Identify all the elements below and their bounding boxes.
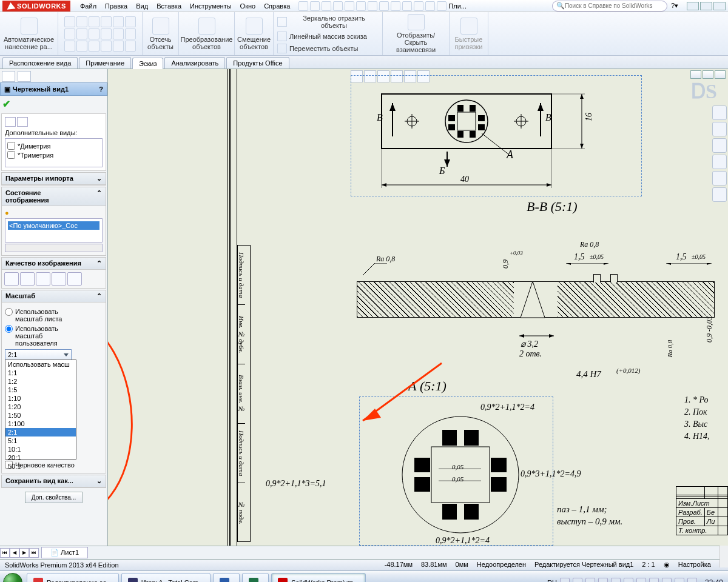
point-icon[interactable]	[113, 28, 124, 39]
doc-restore-button[interactable]	[703, 70, 713, 79]
pane-header[interactable]: Качество изображения⌃	[2, 258, 106, 270]
qat-texture-icon[interactable]	[425, 1, 435, 11]
qat-options-icon[interactable]	[356, 1, 366, 11]
tray-icon[interactable]	[598, 578, 608, 583]
ribbon-relations[interactable]: Отобразить/Скрыть взаимосвязи	[383, 12, 450, 55]
tray-icon[interactable]	[636, 578, 646, 583]
sheet-prev-icon[interactable]: ◀	[10, 548, 19, 558]
ribbon-move[interactable]: Переместить объекты	[277, 44, 358, 53]
task-excel[interactable]	[242, 573, 269, 583]
fm-tab-property-icon[interactable]	[18, 71, 31, 82]
sheet-next-icon[interactable]: ▶	[19, 548, 29, 558]
scale-option[interactable]: Использовать масш	[5, 360, 76, 369]
help-dropdown-icon[interactable]: ?▾	[671, 2, 678, 10]
drawing-canvas[interactable]: ᎠS Подпись и дата Инв. № дубл. Взам. инв…	[108, 69, 728, 546]
qat-new-icon[interactable]	[298, 1, 308, 11]
tab-sketch[interactable]: Эскиз	[132, 58, 163, 69]
maximize-button[interactable]	[700, 2, 712, 10]
sheet-last-icon[interactable]: ⏭	[29, 548, 39, 558]
radio-custom[interactable]	[5, 325, 13, 333]
qat-rebuild-icon[interactable]	[345, 1, 354, 11]
pane-header[interactable]: Параметры импорта⌄	[2, 173, 106, 185]
sheet-tab-1[interactable]: 📄 Лист1	[41, 547, 88, 558]
tray-icon[interactable]	[624, 578, 633, 583]
orient-flat-icon[interactable]	[5, 117, 16, 127]
display-state-list[interactable]: <По умолчанию>_Сос	[5, 218, 103, 242]
checkbox-trimetry[interactable]	[7, 151, 15, 159]
macro-icon[interactable]: ◉	[664, 561, 670, 569]
scale-option[interactable]: 1:20	[5, 403, 76, 411]
help-icon[interactable]: ?	[99, 85, 103, 93]
circle-icon[interactable]	[89, 16, 99, 27]
tray-icon[interactable]	[649, 578, 659, 583]
wireframe-icon[interactable]	[4, 272, 19, 286]
scale-option[interactable]: 1:5	[5, 386, 76, 394]
tab-view-layout[interactable]: Расположение вида	[2, 57, 78, 69]
ribbon-mirror[interactable]: Зеркально отразить объекты	[277, 15, 379, 29]
arc-icon[interactable]	[101, 16, 112, 27]
chamfer-icon[interactable]	[89, 41, 99, 52]
qat-open-icon[interactable]	[310, 1, 320, 11]
list-item[interactable]: <По умолчанию>_Сос	[8, 221, 99, 230]
collapse-icon[interactable]: ⌃	[96, 189, 102, 204]
shaded-icon[interactable]	[67, 272, 82, 286]
resources-icon[interactable]	[712, 105, 727, 120]
help-search[interactable]: 🔍	[552, 1, 667, 12]
chk-dimetry[interactable]: *Диметрия	[7, 142, 100, 150]
scale-option[interactable]: 1:2	[5, 377, 76, 386]
line-icon[interactable]	[64, 16, 75, 27]
doc-minimize-button[interactable]	[690, 70, 701, 79]
tray-icon[interactable]	[662, 578, 672, 583]
orient-iso-icon[interactable]	[17, 117, 28, 127]
menu-window[interactable]: Окно	[237, 1, 260, 11]
fillet-icon[interactable]	[125, 16, 136, 27]
collapse-icon[interactable]: ⌄	[96, 175, 102, 182]
menu-help[interactable]: Справка	[260, 1, 294, 11]
scale-option[interactable]: 1:1	[5, 369, 76, 377]
menu-edit[interactable]: Правка	[101, 1, 131, 11]
ok-check-icon[interactable]: ✔	[2, 99, 10, 109]
scale-combo[interactable]: 2:1	[5, 349, 72, 360]
menu-file[interactable]: Файл	[76, 1, 100, 11]
qat-save-icon[interactable]	[322, 1, 331, 11]
trim-small-icon[interactable]	[101, 41, 112, 52]
fm-tab-feature-icon[interactable]	[2, 71, 15, 82]
menu-tools[interactable]: Инструменты	[186, 1, 235, 11]
scale-dropdown[interactable]: Использовать масш 1:1 1:2 1:5 1:10 1:20 …	[5, 360, 76, 460]
lang-indicator[interactable]: RU	[547, 579, 557, 583]
scale-option[interactable]: 5:1	[5, 436, 76, 445]
text-icon[interactable]	[125, 28, 136, 39]
tray-icon[interactable]	[585, 578, 595, 583]
qat-scene-icon[interactable]	[414, 1, 423, 11]
scale-option[interactable]: 1:100	[5, 420, 76, 428]
rect-icon[interactable]	[76, 16, 87, 27]
more-properties-button[interactable]: Доп. свойства...	[25, 492, 83, 503]
design-library-icon[interactable]	[712, 122, 727, 136]
view-palette-icon[interactable]	[712, 155, 727, 169]
task-totalcmd[interactable]: Игорь^ - Total Com...	[121, 573, 211, 583]
parabola-icon[interactable]	[101, 28, 112, 39]
tab-evaluate[interactable]: Анализировать	[164, 57, 225, 69]
clock[interactable]: 22:49	[700, 578, 723, 583]
qat-print-icon[interactable]	[333, 1, 343, 11]
spline-icon[interactable]	[113, 16, 124, 27]
pane-header[interactable]: Масштаб⌃	[2, 290, 106, 303]
file-explorer-icon[interactable]	[712, 138, 727, 153]
slot-icon[interactable]	[64, 28, 75, 39]
help-search-input[interactable]	[565, 2, 663, 9]
status-settings[interactable]: Настройка	[678, 561, 711, 569]
tray-icon[interactable]	[573, 578, 582, 583]
centerline-icon[interactable]	[64, 41, 75, 52]
collapse-icon[interactable]: ⌃	[96, 292, 102, 300]
ribbon-trim[interactable]: Отсечь объекты	[143, 12, 179, 55]
ellipse-icon[interactable]	[89, 28, 99, 39]
ribbon-convert[interactable]: Преобразование объектов	[179, 12, 235, 55]
scale-option-selected[interactable]: 2:1	[5, 428, 76, 436]
pane-header[interactable]: Состояние отображения⌃	[2, 187, 106, 206]
task-opera[interactable]: Редактирование со...	[27, 573, 119, 583]
qat-appearance-icon[interactable]	[402, 1, 412, 11]
collapse-icon[interactable]: ⌃	[96, 259, 102, 267]
shaded-edges-icon[interactable]	[52, 272, 66, 286]
ribbon-linear-pattern[interactable]: Линейный массив эскиза	[277, 32, 367, 41]
doc-close-button[interactable]	[715, 70, 726, 79]
